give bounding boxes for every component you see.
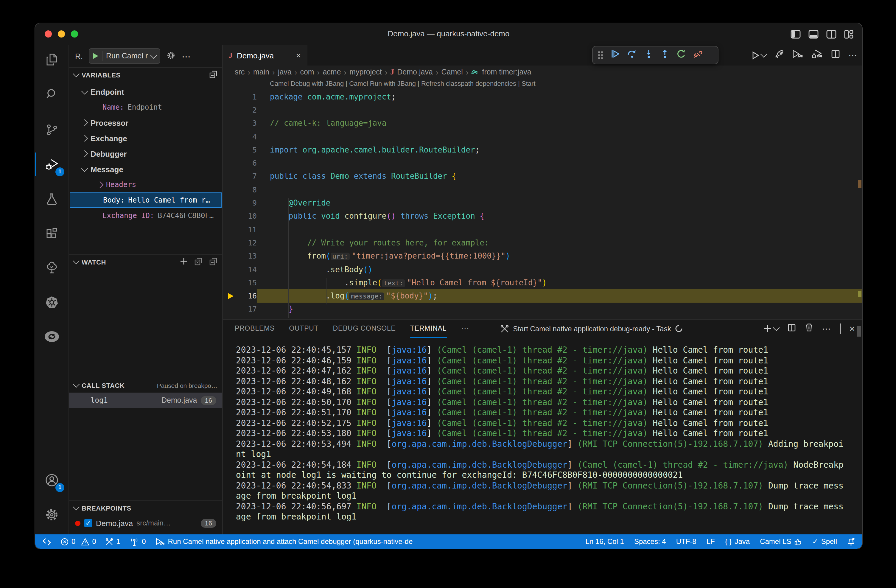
stack-frame-row[interactable]: log1 Demo.java 16	[69, 393, 222, 408]
code-line[interactable]: 9 @Override	[223, 196, 862, 210]
line-number[interactable]: 8	[238, 185, 257, 194]
var-scope-processor[interactable]: Processor	[69, 115, 222, 131]
var-message-headers[interactable]: Headers	[69, 177, 222, 192]
settings-gear-icon[interactable]	[42, 505, 61, 524]
code-line[interactable]: 13 from(uri:"timer:java?period={{time:10…	[223, 249, 862, 263]
line-number[interactable]: 12	[238, 238, 257, 247]
indentation[interactable]: Spaces: 4	[634, 537, 666, 546]
var-scope-debugger[interactable]: Debugger	[69, 146, 222, 161]
line-number[interactable]: 3	[238, 119, 257, 128]
line-number[interactable]: 4	[238, 132, 257, 141]
var-scope-message[interactable]: Message	[69, 161, 222, 177]
split-terminal-icon[interactable]	[787, 323, 795, 334]
continue-icon[interactable]	[611, 49, 620, 61]
line-number[interactable]: 6	[238, 158, 257, 168]
code-line[interactable]: 17 }	[223, 303, 862, 316]
code-line[interactable]: 5import org.apache.camel.builder.RouteBu…	[223, 143, 862, 156]
line-number[interactable]: 1	[238, 92, 257, 101]
code-line[interactable]: 1package com.acme.myproject;	[223, 90, 862, 104]
breakpoints-section-header[interactable]: BREAKPOINTS	[69, 500, 222, 515]
code-line[interactable]: 15 .simple(text:"Hello Camel from ${rout…	[223, 276, 862, 289]
toggle-sidebar-icon[interactable]	[791, 29, 801, 38]
new-terminal-icon[interactable]	[763, 325, 778, 332]
breadcrumb-item[interactable]: java	[278, 68, 292, 76]
line-number[interactable]: 16	[238, 291, 257, 300]
breadcrumb-item[interactable]: myproject	[349, 68, 382, 76]
line-number[interactable]: 9	[238, 198, 257, 207]
tab-problems[interactable]: PROBLEMS	[235, 320, 275, 337]
line-number[interactable]: 5	[238, 145, 257, 154]
tab-debug-console[interactable]: DEBUG CONSOLE	[333, 320, 396, 337]
var-scope-exchange[interactable]: Exchange	[69, 131, 222, 146]
maximize-panel-icon[interactable]	[840, 323, 840, 334]
code-line[interactable]: 7public class Demo extends RouteBuilder …	[223, 170, 862, 183]
var-scope-endpoint[interactable]: Endpoint	[69, 84, 222, 99]
camel-debug-icon[interactable]	[811, 49, 823, 61]
breakpoint-row[interactable]: ✓ Demo.java src/main… 16	[69, 515, 222, 531]
terminal-scrollbar[interactable]	[857, 326, 861, 337]
code-line[interactable]: 3// camel-k: language=java	[223, 116, 862, 130]
code-line[interactable]: 4	[223, 130, 862, 143]
debug-gear-icon[interactable]	[166, 51, 176, 61]
code-line[interactable]: 12 // Write your routes here, for exampl…	[223, 236, 862, 250]
language-mode[interactable]: { }Java	[725, 537, 750, 546]
start-debug-icon[interactable]	[93, 53, 98, 59]
code-line[interactable]: 10 public void configure() throws Except…	[223, 209, 862, 223]
terminal-output[interactable]: 2023-12-06 22:40:45,157 INFO [java:16] (…	[223, 337, 862, 535]
more-tabs-icon[interactable]: ⋯	[461, 320, 469, 337]
variables-section-header[interactable]: VARIABLES	[69, 67, 222, 82]
breadcrumb-file[interactable]: Demo.java	[397, 68, 433, 76]
restart-icon[interactable]	[677, 49, 686, 61]
encoding[interactable]: UTF-8	[676, 537, 696, 546]
tab-terminal[interactable]: TERMINAL	[410, 320, 447, 338]
line-number[interactable]: 7	[238, 172, 257, 181]
line-number[interactable]: 14	[238, 265, 257, 274]
kill-terminal-icon[interactable]	[805, 323, 813, 334]
more-actions-icon[interactable]: ⋯	[848, 50, 857, 61]
more-actions-icon[interactable]: ⋯	[822, 323, 831, 334]
eol-sequence[interactable]: LF	[707, 537, 715, 546]
search-icon[interactable]	[42, 85, 61, 104]
problems-status[interactable]: 0 0	[61, 537, 96, 546]
more-actions-icon[interactable]: ⋯	[182, 52, 190, 61]
split-editor-layout-icon[interactable]	[826, 29, 837, 38]
code-line[interactable]: 11	[223, 223, 862, 236]
watch-section-header[interactable]: WATCH	[69, 254, 222, 269]
breadcrumb-item[interactable]: src	[235, 68, 245, 76]
openshift-icon[interactable]	[42, 327, 61, 346]
running-tasks-status[interactable]: 1	[106, 537, 120, 546]
code-line[interactable]: 16 .log(message:"${body}");	[223, 289, 862, 303]
testing-icon[interactable]	[42, 189, 61, 209]
drag-handle[interactable]	[598, 51, 603, 59]
line-number[interactable]: 13	[238, 251, 257, 260]
kubernetes-icon[interactable]	[42, 293, 61, 312]
disconnect-icon[interactable]	[693, 49, 703, 61]
code-editor[interactable]: Camel Debug with JBang | Camel Run with …	[223, 79, 862, 319]
collapse-all-icon[interactable]	[209, 257, 218, 267]
forwarded-ports-status[interactable]: 0	[130, 537, 146, 546]
code-line[interactable]: 8	[223, 183, 862, 196]
add-expression-icon[interactable]	[180, 257, 187, 266]
split-editor-icon[interactable]	[831, 49, 840, 61]
toggle-panel-icon[interactable]	[808, 29, 818, 38]
var-endpoint-name[interactable]: Name:Endpoint	[69, 99, 222, 115]
source-control-icon[interactable]	[42, 120, 61, 139]
close-tab-icon[interactable]: ×	[296, 51, 301, 60]
project-explorer-tree-icon[interactable]	[42, 259, 61, 277]
breakpoint-checkbox[interactable]: ✓	[84, 519, 92, 527]
breadcrumb-item[interactable]: acme	[323, 68, 341, 76]
quarkus-rocket-icon[interactable]	[774, 49, 784, 61]
code-line[interactable]: 6	[223, 156, 862, 170]
terminal-task-item[interactable]: Start Camel native application debug-rea…	[500, 324, 683, 333]
spell-checker-status[interactable]: ✓Spell	[812, 537, 837, 546]
collapse-all-icon[interactable]	[209, 70, 218, 79]
camel-run-icon[interactable]	[792, 49, 803, 61]
var-message-exchange-id[interactable]: Exchange ID:B74C46FC8B0F…	[69, 208, 222, 223]
breadcrumb-item[interactable]: main	[253, 68, 269, 76]
launch-config-dropdown[interactable]: Run Camel r	[89, 48, 160, 64]
notifications-bell-icon[interactable]	[847, 537, 855, 546]
breadcrumb-symbol[interactable]: from timer:java	[482, 68, 531, 76]
current-line-arrow-icon[interactable]	[223, 293, 238, 299]
explorer-icon[interactable]	[42, 50, 61, 69]
call-stack-section-header[interactable]: CALL STACK Paused on breakpo…	[69, 378, 222, 392]
